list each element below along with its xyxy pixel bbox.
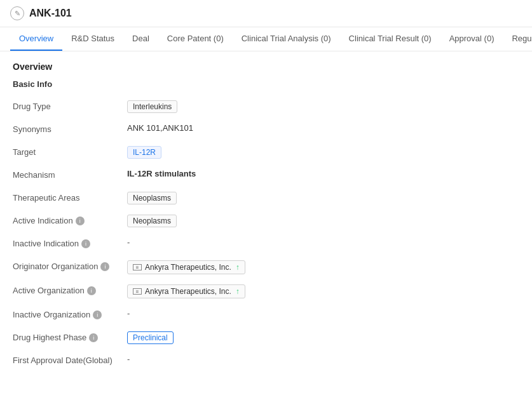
- target-label: Target: [13, 146, 127, 157]
- originator-org-tag[interactable]: ≡ Ankyra Therapeutics, Inc. ↑: [127, 260, 245, 274]
- active-org-name: Ankyra Therapeutics, Inc.: [145, 287, 231, 296]
- therapeutic-areas-label: Therapeutic Areas: [13, 192, 127, 203]
- inactive-indication-label: Inactive Indication i: [13, 237, 127, 248]
- active-org-info-icon[interactable]: i: [87, 286, 96, 295]
- active-org-row: Active Organization i ≡ Ankyra Therapeut…: [13, 279, 519, 303]
- target-tag[interactable]: IL-12R: [127, 146, 161, 159]
- tab-core-patent[interactable]: Core Patent (0): [158, 27, 233, 51]
- tab-clinical-trial-analysis[interactable]: Clinical Trial Analysis (0): [233, 27, 340, 51]
- inactive-indication-text: -: [127, 237, 130, 247]
- target-row: Target IL-12R: [13, 141, 519, 164]
- originator-org-label: Originator Organization i: [13, 260, 127, 271]
- pencil-icon: ✎: [15, 10, 20, 18]
- tab-regulation[interactable]: Regulation (0): [503, 27, 532, 51]
- active-indication-label: Active Indication i: [13, 215, 127, 225]
- drug-type-label: Drug Type: [13, 100, 127, 111]
- active-org-arrow-icon: ↑: [236, 287, 240, 296]
- first-approval-date-value: -: [127, 354, 519, 364]
- overview-content: Overview Basic Info Drug Type Interleuki…: [0, 51, 532, 382]
- originator-org-info-icon[interactable]: i: [100, 262, 109, 271]
- inactive-org-value: -: [127, 309, 519, 318]
- inactive-indication-row: Inactive Indication i -: [13, 232, 519, 255]
- sub-section-title: Basic Info: [13, 79, 519, 89]
- originator-org-row: Originator Organization i ≡ Ankyra Thera…: [13, 255, 519, 279]
- tab-bar: Overview R&D Status Deal Core Patent (0)…: [0, 27, 532, 51]
- drug-type-value: Interleukins: [127, 100, 519, 113]
- active-org-tag[interactable]: ≡ Ankyra Therapeutics, Inc. ↑: [127, 284, 245, 298]
- synonyms-label: Synonyms: [13, 123, 127, 134]
- tab-approval[interactable]: Approval (0): [440, 27, 503, 51]
- active-indication-row: Active Indication i Neoplasms: [13, 210, 519, 232]
- drug-type-row: Drug Type Interleukins: [13, 95, 519, 118]
- inactive-org-info-icon[interactable]: i: [93, 310, 102, 319]
- originator-org-value: ≡ Ankyra Therapeutics, Inc. ↑: [127, 260, 519, 274]
- originator-org-name: Ankyra Therapeutics, Inc.: [145, 263, 231, 272]
- active-org-symbol-icon: ≡: [133, 288, 142, 295]
- mechanism-row: Mechanism IL-12R stimulants: [13, 164, 519, 187]
- drug-highest-phase-row: Drug Highest Phase i Preclinical: [13, 326, 519, 349]
- therapeutic-areas-row: Therapeutic Areas Neoplasms: [13, 187, 519, 210]
- therapeutic-areas-tag: Neoplasms: [127, 192, 177, 204]
- drug-phase-info-icon[interactable]: i: [89, 333, 98, 342]
- active-indication-tag: Neoplasms: [127, 215, 177, 227]
- tab-overview[interactable]: Overview: [10, 27, 62, 51]
- header: ✎ ANK-101: [0, 0, 532, 27]
- active-org-value: ≡ Ankyra Therapeutics, Inc. ↑: [127, 284, 519, 298]
- tab-clinical-trial-result[interactable]: Clinical Trial Result (0): [340, 27, 440, 51]
- tab-rd-status[interactable]: R&D Status: [62, 27, 123, 51]
- synonyms-text: ANK 101,ANK101: [127, 123, 193, 133]
- inactive-org-label: Inactive Organization i: [13, 309, 127, 319]
- mechanism-text: IL-12R stimulants: [127, 169, 196, 178]
- synonyms-row: Synonyms ANK 101,ANK101: [13, 118, 519, 141]
- inactive-org-row: Inactive Organization i -: [13, 303, 519, 326]
- mechanism-value: IL-12R stimulants: [127, 169, 519, 178]
- synonyms-value: ANK 101,ANK101: [127, 123, 519, 133]
- originator-arrow-icon: ↑: [236, 263, 240, 272]
- first-approval-date-text: -: [127, 354, 130, 364]
- active-indication-info-icon[interactable]: i: [76, 216, 85, 225]
- inactive-indication-value: -: [127, 237, 519, 247]
- tab-deal[interactable]: Deal: [123, 27, 158, 51]
- inactive-org-text: -: [127, 309, 130, 318]
- active-indication-value: Neoplasms: [127, 215, 519, 227]
- mechanism-label: Mechanism: [13, 169, 127, 180]
- drug-highest-phase-label: Drug Highest Phase i: [13, 331, 127, 342]
- inactive-indication-info-icon[interactable]: i: [81, 239, 90, 248]
- section-title: Overview: [13, 62, 519, 72]
- drug-highest-phase-value: Preclinical: [127, 331, 519, 344]
- drug-icon: ✎: [10, 6, 24, 20]
- drug-phase-tag: Preclinical: [127, 331, 174, 344]
- drug-type-tag: Interleukins: [127, 100, 177, 113]
- first-approval-date-row: First Approval Date(Global) -: [13, 349, 519, 372]
- org-symbol-icon: ≡: [133, 264, 142, 270]
- active-org-label: Active Organization i: [13, 284, 127, 295]
- first-approval-date-label: First Approval Date(Global): [13, 354, 127, 365]
- drug-title: ANK-101: [29, 8, 72, 19]
- target-value: IL-12R: [127, 146, 519, 159]
- therapeutic-areas-value: Neoplasms: [127, 192, 519, 204]
